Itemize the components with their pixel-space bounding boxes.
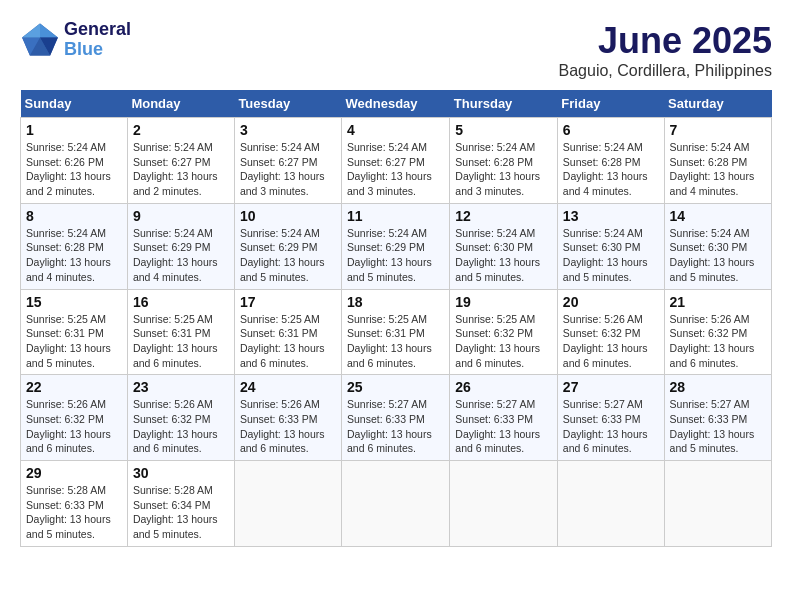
day-info: Sunrise: 5:24 AM Sunset: 6:29 PM Dayligh… — [133, 226, 229, 285]
day-number: 28 — [670, 379, 766, 395]
calendar-cell: 26Sunrise: 5:27 AM Sunset: 6:33 PM Dayli… — [450, 375, 558, 461]
day-info: Sunrise: 5:27 AM Sunset: 6:33 PM Dayligh… — [670, 397, 766, 456]
calendar-cell: 25Sunrise: 5:27 AM Sunset: 6:33 PM Dayli… — [342, 375, 450, 461]
day-info: Sunrise: 5:24 AM Sunset: 6:26 PM Dayligh… — [26, 140, 122, 199]
day-info: Sunrise: 5:27 AM Sunset: 6:33 PM Dayligh… — [455, 397, 552, 456]
day-number: 21 — [670, 294, 766, 310]
calendar-cell: 15Sunrise: 5:25 AM Sunset: 6:31 PM Dayli… — [21, 289, 128, 375]
weekday-header-friday: Friday — [557, 90, 664, 118]
day-info: Sunrise: 5:24 AM Sunset: 6:28 PM Dayligh… — [26, 226, 122, 285]
day-number: 17 — [240, 294, 336, 310]
logo: General Blue — [20, 20, 131, 60]
day-info: Sunrise: 5:25 AM Sunset: 6:31 PM Dayligh… — [240, 312, 336, 371]
day-number: 16 — [133, 294, 229, 310]
logo-line2: Blue — [64, 40, 131, 60]
day-number: 29 — [26, 465, 122, 481]
calendar-cell — [234, 461, 341, 547]
day-info: Sunrise: 5:25 AM Sunset: 6:32 PM Dayligh… — [455, 312, 552, 371]
calendar-cell: 22Sunrise: 5:26 AM Sunset: 6:32 PM Dayli… — [21, 375, 128, 461]
calendar-cell: 5Sunrise: 5:24 AM Sunset: 6:28 PM Daylig… — [450, 118, 558, 204]
day-number: 5 — [455, 122, 552, 138]
weekday-header-sunday: Sunday — [21, 90, 128, 118]
calendar-cell: 6Sunrise: 5:24 AM Sunset: 6:28 PM Daylig… — [557, 118, 664, 204]
weekday-header-row: SundayMondayTuesdayWednesdayThursdayFrid… — [21, 90, 772, 118]
day-info: Sunrise: 5:27 AM Sunset: 6:33 PM Dayligh… — [563, 397, 659, 456]
calendar-cell — [342, 461, 450, 547]
calendar-cell: 2Sunrise: 5:24 AM Sunset: 6:27 PM Daylig… — [127, 118, 234, 204]
location: Baguio, Cordillera, Philippines — [559, 62, 772, 80]
logo-icon — [20, 22, 60, 57]
calendar-cell — [557, 461, 664, 547]
day-number: 7 — [670, 122, 766, 138]
day-number: 19 — [455, 294, 552, 310]
day-number: 8 — [26, 208, 122, 224]
calendar-cell: 12Sunrise: 5:24 AM Sunset: 6:30 PM Dayli… — [450, 203, 558, 289]
day-info: Sunrise: 5:24 AM Sunset: 6:30 PM Dayligh… — [455, 226, 552, 285]
calendar-cell: 13Sunrise: 5:24 AM Sunset: 6:30 PM Dayli… — [557, 203, 664, 289]
day-number: 15 — [26, 294, 122, 310]
day-info: Sunrise: 5:27 AM Sunset: 6:33 PM Dayligh… — [347, 397, 444, 456]
day-info: Sunrise: 5:24 AM Sunset: 6:27 PM Dayligh… — [133, 140, 229, 199]
day-number: 23 — [133, 379, 229, 395]
calendar-cell: 3Sunrise: 5:24 AM Sunset: 6:27 PM Daylig… — [234, 118, 341, 204]
day-info: Sunrise: 5:25 AM Sunset: 6:31 PM Dayligh… — [133, 312, 229, 371]
day-number: 18 — [347, 294, 444, 310]
calendar-cell: 20Sunrise: 5:26 AM Sunset: 6:32 PM Dayli… — [557, 289, 664, 375]
day-info: Sunrise: 5:24 AM Sunset: 6:30 PM Dayligh… — [670, 226, 766, 285]
day-number: 6 — [563, 122, 659, 138]
day-info: Sunrise: 5:28 AM Sunset: 6:34 PM Dayligh… — [133, 483, 229, 542]
day-info: Sunrise: 5:25 AM Sunset: 6:31 PM Dayligh… — [347, 312, 444, 371]
day-info: Sunrise: 5:24 AM Sunset: 6:28 PM Dayligh… — [455, 140, 552, 199]
page-header: General Blue June 2025 Baguio, Cordiller… — [20, 20, 772, 80]
day-number: 2 — [133, 122, 229, 138]
day-info: Sunrise: 5:26 AM Sunset: 6:33 PM Dayligh… — [240, 397, 336, 456]
calendar-cell: 10Sunrise: 5:24 AM Sunset: 6:29 PM Dayli… — [234, 203, 341, 289]
calendar-cell: 4Sunrise: 5:24 AM Sunset: 6:27 PM Daylig… — [342, 118, 450, 204]
day-number: 22 — [26, 379, 122, 395]
calendar-cell: 19Sunrise: 5:25 AM Sunset: 6:32 PM Dayli… — [450, 289, 558, 375]
day-info: Sunrise: 5:24 AM Sunset: 6:28 PM Dayligh… — [670, 140, 766, 199]
logo-text: General Blue — [64, 20, 131, 60]
calendar-cell: 29Sunrise: 5:28 AM Sunset: 6:33 PM Dayli… — [21, 461, 128, 547]
title-block: June 2025 Baguio, Cordillera, Philippine… — [559, 20, 772, 80]
month-title: June 2025 — [559, 20, 772, 62]
day-info: Sunrise: 5:25 AM Sunset: 6:31 PM Dayligh… — [26, 312, 122, 371]
calendar-cell: 8Sunrise: 5:24 AM Sunset: 6:28 PM Daylig… — [21, 203, 128, 289]
calendar-cell: 1Sunrise: 5:24 AM Sunset: 6:26 PM Daylig… — [21, 118, 128, 204]
day-info: Sunrise: 5:24 AM Sunset: 6:27 PM Dayligh… — [240, 140, 336, 199]
day-info: Sunrise: 5:24 AM Sunset: 6:29 PM Dayligh… — [240, 226, 336, 285]
calendar-cell: 17Sunrise: 5:25 AM Sunset: 6:31 PM Dayli… — [234, 289, 341, 375]
day-number: 24 — [240, 379, 336, 395]
calendar-cell: 16Sunrise: 5:25 AM Sunset: 6:31 PM Dayli… — [127, 289, 234, 375]
calendar-table: SundayMondayTuesdayWednesdayThursdayFrid… — [20, 90, 772, 547]
day-info: Sunrise: 5:24 AM Sunset: 6:27 PM Dayligh… — [347, 140, 444, 199]
day-number: 30 — [133, 465, 229, 481]
day-info: Sunrise: 5:26 AM Sunset: 6:32 PM Dayligh… — [670, 312, 766, 371]
weekday-header-wednesday: Wednesday — [342, 90, 450, 118]
weekday-header-tuesday: Tuesday — [234, 90, 341, 118]
day-number: 9 — [133, 208, 229, 224]
calendar-week-row: 1Sunrise: 5:24 AM Sunset: 6:26 PM Daylig… — [21, 118, 772, 204]
calendar-cell: 18Sunrise: 5:25 AM Sunset: 6:31 PM Dayli… — [342, 289, 450, 375]
day-number: 14 — [670, 208, 766, 224]
day-info: Sunrise: 5:26 AM Sunset: 6:32 PM Dayligh… — [133, 397, 229, 456]
day-number: 3 — [240, 122, 336, 138]
weekday-header-saturday: Saturday — [664, 90, 771, 118]
calendar-cell: 24Sunrise: 5:26 AM Sunset: 6:33 PM Dayli… — [234, 375, 341, 461]
day-number: 25 — [347, 379, 444, 395]
calendar-cell: 9Sunrise: 5:24 AM Sunset: 6:29 PM Daylig… — [127, 203, 234, 289]
day-number: 12 — [455, 208, 552, 224]
day-number: 11 — [347, 208, 444, 224]
day-number: 10 — [240, 208, 336, 224]
day-info: Sunrise: 5:24 AM Sunset: 6:28 PM Dayligh… — [563, 140, 659, 199]
svg-marker-1 — [40, 24, 58, 38]
weekday-header-thursday: Thursday — [450, 90, 558, 118]
day-info: Sunrise: 5:24 AM Sunset: 6:30 PM Dayligh… — [563, 226, 659, 285]
day-number: 13 — [563, 208, 659, 224]
day-number: 1 — [26, 122, 122, 138]
day-number: 4 — [347, 122, 444, 138]
day-number: 27 — [563, 379, 659, 395]
calendar-cell: 28Sunrise: 5:27 AM Sunset: 6:33 PM Dayli… — [664, 375, 771, 461]
calendar-cell — [664, 461, 771, 547]
calendar-cell: 27Sunrise: 5:27 AM Sunset: 6:33 PM Dayli… — [557, 375, 664, 461]
